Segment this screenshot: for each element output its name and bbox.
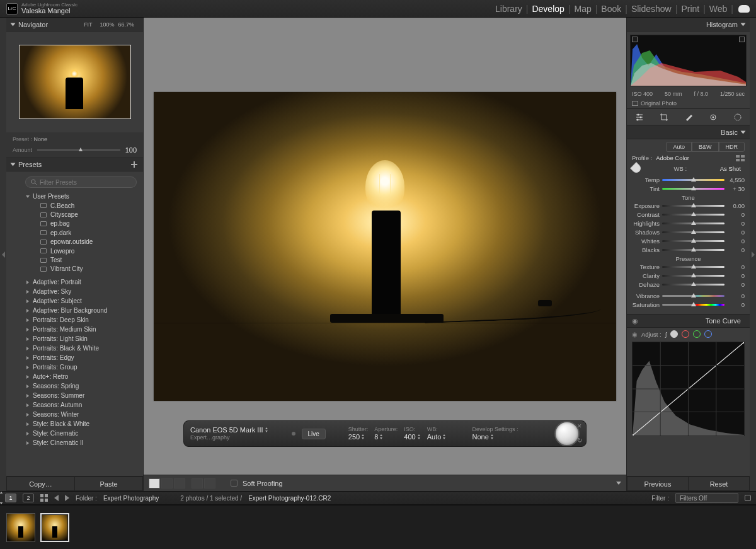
profile-browser-icon[interactable] <box>736 155 745 161</box>
filmstrip-thumb[interactable] <box>40 513 69 542</box>
preset-group[interactable]: Adaptive: Subject <box>11 296 140 306</box>
zoom-fit[interactable]: FIT <box>84 21 93 28</box>
amount-value[interactable]: 100 <box>125 146 137 154</box>
module-slideshow[interactable]: Slideshow <box>631 4 672 14</box>
module-develop[interactable]: Develop <box>532 4 564 14</box>
slider-track[interactable] <box>662 275 724 277</box>
reset-button[interactable]: Reset <box>689 477 750 491</box>
next-photo-icon[interactable] <box>65 495 69 501</box>
slider-value[interactable]: 0 <box>724 263 745 270</box>
navigator-thumbnail[interactable] <box>19 45 131 119</box>
preset-item[interactable]: ep.bag <box>11 219 140 228</box>
slider-highlights[interactable]: Highlights0 <box>632 219 745 228</box>
preset-group[interactable]: Seasons: Spring <box>11 381 140 391</box>
slider-track[interactable] <box>662 240 724 242</box>
before-after-lr-button[interactable] <box>161 478 173 488</box>
preset-item[interactable]: Cityscape <box>11 210 140 219</box>
filmstrip[interactable] <box>0 505 756 549</box>
channel-blue[interactable] <box>704 330 712 338</box>
tone-curve-graph[interactable] <box>632 342 745 436</box>
channel-rgb[interactable] <box>670 330 678 338</box>
hdr-button[interactable]: HDR <box>719 142 745 152</box>
slider-texture[interactable]: Texture0 <box>632 262 745 271</box>
slider-value[interactable]: 0 <box>724 220 745 227</box>
tether-camera[interactable]: Canon EOS 5D Mark III <box>190 426 272 435</box>
histogram-graph[interactable] <box>630 35 747 86</box>
filmstrip-thumb[interactable] <box>6 513 35 542</box>
preset-group[interactable]: Auto+: Retro <box>11 372 140 381</box>
slider-track[interactable] <box>662 295 724 297</box>
preset-group[interactable]: Portraits: Medium Skin <box>11 325 140 334</box>
wb-value[interactable]: As Shot <box>720 165 741 172</box>
mask-icon[interactable] <box>733 112 743 122</box>
module-web[interactable]: Web <box>709 4 728 14</box>
shutter-value[interactable]: 250 <box>348 433 369 442</box>
cloud-sync-icon[interactable] <box>738 5 750 13</box>
slider-track[interactable] <box>662 179 724 181</box>
preset-group[interactable]: Style: Black & White <box>11 419 140 429</box>
shutter-button[interactable] <box>554 421 580 446</box>
module-print[interactable]: Print <box>681 4 699 14</box>
channel-red[interactable] <box>682 330 689 338</box>
slider-value[interactable]: 0 <box>724 211 745 218</box>
main-photo[interactable] <box>154 92 616 401</box>
panel-toggle-icon[interactable]: ◉ <box>632 317 638 325</box>
slider-track[interactable] <box>662 284 724 286</box>
slider-track[interactable] <box>662 214 724 216</box>
channel-green[interactable] <box>693 330 701 338</box>
navigator-preview[interactable] <box>6 32 143 132</box>
heal-icon[interactable] <box>684 112 694 122</box>
compare-swap-button[interactable] <box>204 478 215 488</box>
slider-value[interactable]: 0 <box>724 238 745 245</box>
add-preset-icon[interactable] <box>130 161 138 168</box>
wb-picker-icon[interactable] <box>630 162 643 175</box>
slider-value[interactable]: 0 <box>724 272 745 279</box>
preset-item[interactable]: Lowepro <box>11 246 140 255</box>
slider-dehaze[interactable]: Dehaze0 <box>632 280 745 289</box>
toolbar-expand-icon[interactable] <box>616 482 621 485</box>
paste-button[interactable]: Paste <box>75 477 143 491</box>
slider-track[interactable] <box>662 266 724 268</box>
tone-curve-header[interactable]: ◉ Tone Curve <box>627 314 750 328</box>
prev-photo-icon[interactable] <box>54 495 59 501</box>
slider-temp[interactable]: Temp4,550 <box>632 175 745 184</box>
basic-header[interactable]: Basic <box>627 125 750 139</box>
preset-group[interactable]: Portraits: Light Skin <box>11 334 140 344</box>
module-map[interactable]: Map <box>574 4 591 14</box>
preset-item[interactable]: Test <box>11 255 140 264</box>
image-viewport[interactable]: Canon EOS 5D Mark III Expert…graphy Live… <box>144 18 626 475</box>
preset-group[interactable]: Style: Cinematic II <box>11 438 140 448</box>
filter-select[interactable]: Filters Off <box>675 493 738 503</box>
preset-group[interactable]: Seasons: Winter <box>11 410 140 419</box>
tether-cycle-icon[interactable]: ↻ <box>577 437 582 444</box>
wb-value[interactable]: Auto <box>427 433 447 442</box>
preset-item[interactable]: epowar.outside <box>11 238 140 246</box>
preset-group[interactable]: Seasons: Autumn <box>11 400 140 410</box>
slider-track[interactable] <box>662 188 724 190</box>
module-book[interactable]: Book <box>601 4 621 14</box>
slider-value[interactable]: 0 <box>724 281 745 288</box>
preset-group[interactable]: Portraits: Deep Skin <box>11 315 140 325</box>
slider-value[interactable]: 4,550 <box>724 176 745 183</box>
slider-shadows[interactable]: Shadows0 <box>632 228 745 236</box>
slider-saturation[interactable]: Saturation0 <box>632 300 745 309</box>
original-photo-row[interactable]: Original Photo <box>627 98 750 109</box>
compare-yy-button[interactable] <box>192 478 203 488</box>
crop-icon[interactable] <box>659 112 669 122</box>
filter-lock-icon[interactable] <box>745 495 751 501</box>
tether-close-icon[interactable]: ✕ <box>577 423 582 429</box>
amount-slider[interactable] <box>37 149 120 151</box>
slider-track[interactable] <box>662 222 724 224</box>
slider-blacks[interactable]: Blacks0 <box>632 245 745 254</box>
bw-button[interactable]: B&W <box>692 142 719 152</box>
slider-clarity[interactable]: Clarity0 <box>632 271 745 280</box>
aperture-value[interactable]: 8 <box>374 433 398 442</box>
auto-button[interactable]: Auto <box>666 142 692 152</box>
slider-track[interactable] <box>662 249 724 251</box>
zoom-100[interactable]: 100% <box>100 21 114 28</box>
iso-value[interactable]: 400 <box>404 433 420 442</box>
slider-track[interactable] <box>662 231 724 233</box>
slider-value[interactable]: + 30 <box>724 185 745 192</box>
presets-header[interactable]: Presets <box>6 158 143 171</box>
folder-value[interactable]: Expert Photography <box>103 495 159 502</box>
